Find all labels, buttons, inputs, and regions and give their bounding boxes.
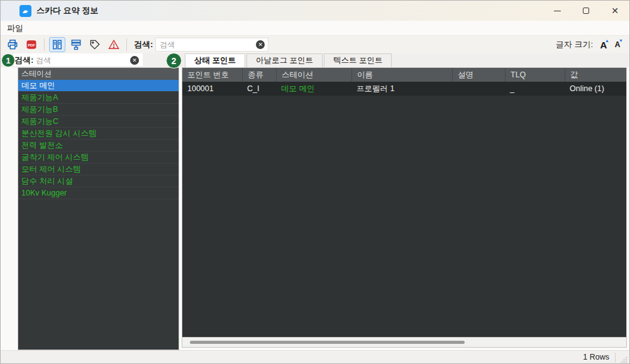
points-table-header: 포인트 번호 종류 스테이션 이름 설명 TLQ 값 xyxy=(182,68,626,82)
station-item[interactable]: 10Kv Kugger xyxy=(18,187,179,199)
cell-name: 프로펠러 1 xyxy=(351,82,452,96)
server-view-icon xyxy=(70,38,82,51)
app-logo-icon xyxy=(19,5,31,17)
alarm-warning-icon xyxy=(108,38,120,51)
annotation-badge-1: 1 xyxy=(1,53,15,67)
station-search-label: 검색: xyxy=(14,55,33,66)
sub-header: 검색: ✕ 상태 포인트 아날로그 포인트 텍스트 포인트 xyxy=(1,53,629,67)
station-item[interactable]: 제품기능A xyxy=(18,92,179,104)
svg-text:PDF: PDF xyxy=(28,43,35,47)
font-size-increase-button[interactable]: A ▲ xyxy=(597,38,611,52)
station-rack-icon xyxy=(51,38,64,51)
points-table-panel: 포인트 번호 종류 스테이션 이름 설명 TLQ 값 100001 C_I 데모… xyxy=(182,67,627,337)
scada-summary-window: 스카다 요약 정보 ✕ 파일 PDF xyxy=(0,0,630,364)
station-item[interactable]: 분산전원 감시 시스템 xyxy=(18,128,179,140)
station-item[interactable]: 굴착기 제어 시스템 xyxy=(18,152,179,163)
toolbar-search-input[interactable] xyxy=(156,38,268,51)
column-header[interactable]: 설명 xyxy=(452,68,505,82)
scrollbar-thumb[interactable] xyxy=(190,341,465,344)
tab-analog-points[interactable]: 아날로그 포인트 xyxy=(246,53,323,67)
horizontal-scrollbar[interactable] xyxy=(182,337,627,348)
pdf-export-icon: PDF xyxy=(25,38,38,51)
column-header[interactable]: 이름 xyxy=(351,68,452,82)
minimize-button[interactable] xyxy=(543,1,572,21)
menu-bar: 파일 xyxy=(1,21,629,35)
cell-type: C_I xyxy=(242,82,276,96)
point-tabs: 상태 포인트 아날로그 포인트 텍스트 포인트 xyxy=(185,53,393,67)
tag-icon xyxy=(89,38,101,51)
row-count-label: 1 Rows xyxy=(583,353,609,361)
column-header[interactable]: 종류 xyxy=(242,68,276,82)
station-item[interactable]: 제품기능C xyxy=(18,116,179,128)
column-header[interactable]: TLQ xyxy=(505,68,565,82)
toolbar-search-label: 검색: xyxy=(134,39,153,50)
menu-file[interactable]: 파일 xyxy=(1,23,30,34)
column-header[interactable]: 값 xyxy=(565,68,626,82)
close-icon: ✕ xyxy=(611,6,619,16)
table-row[interactable]: 100001 C_I 데모 메인 프로펠러 1 _ Online (1) xyxy=(182,82,626,96)
station-item[interactable]: 데모 메인 xyxy=(18,80,179,92)
station-item[interactable]: 제품기능B xyxy=(18,104,179,116)
close-button[interactable]: ✕ xyxy=(600,1,629,21)
server-view-button[interactable] xyxy=(68,37,84,52)
print-button[interactable] xyxy=(4,37,21,52)
font-size-label: 글자 크기: xyxy=(556,39,593,50)
toolbar-search-clear-icon[interactable]: ✕ xyxy=(256,40,265,49)
cell-station: 데모 메인 xyxy=(276,82,351,96)
toolbar-separator xyxy=(126,38,127,51)
toolbar-search-field: ✕ xyxy=(155,38,268,52)
station-search-clear-icon[interactable]: ✕ xyxy=(130,56,139,65)
caret-down-icon: ▼ xyxy=(619,38,623,43)
station-item[interactable]: 전력 발전소 xyxy=(18,140,179,152)
station-list-header: 스테이션 xyxy=(18,68,179,80)
column-header[interactable]: 스테이션 xyxy=(276,68,351,82)
resize-grip-icon[interactable] xyxy=(621,356,627,363)
station-search-field: 검색: ✕ xyxy=(13,53,143,67)
cell-value: Online (1) xyxy=(565,82,626,96)
statusbar-separator xyxy=(615,353,616,363)
annotation-badge-2: 2 xyxy=(166,53,182,69)
cell-point-number: 100001 xyxy=(182,82,242,96)
cell-description xyxy=(452,82,505,96)
tab-text-points[interactable]: 텍스트 포인트 xyxy=(324,53,392,67)
station-item[interactable]: 담수 처리 시설 xyxy=(18,175,179,187)
cell-tlq: _ xyxy=(505,82,565,96)
font-size-decrease-button[interactable]: A ▼ xyxy=(611,38,624,52)
station-list-panel: 스테이션 데모 메인 제품기능A 제품기능B 제품기능C 분산전원 감시 시스템… xyxy=(18,67,179,350)
station-view-button[interactable] xyxy=(49,37,65,52)
station-item[interactable]: 모터 제어 시스템 xyxy=(18,163,179,175)
toolbar: PDF 검색: xyxy=(1,35,629,53)
window-title: 스카다 요약 정보 xyxy=(36,5,98,16)
caret-up-icon: ▲ xyxy=(605,38,609,43)
pdf-export-button[interactable]: PDF xyxy=(23,37,40,52)
minimize-icon xyxy=(554,11,561,11)
alarm-button[interactable] xyxy=(106,37,122,52)
status-bar: 1 Rows xyxy=(1,350,629,364)
printer-icon xyxy=(6,38,19,51)
tab-status-points[interactable]: 상태 포인트 xyxy=(185,53,245,67)
title-bar: 스카다 요약 정보 ✕ xyxy=(1,1,629,21)
maximize-button[interactable] xyxy=(572,1,600,21)
toolbar-separator xyxy=(44,38,45,51)
column-header[interactable]: 포인트 번호 xyxy=(182,68,242,82)
tag-button[interactable] xyxy=(87,37,103,52)
maximize-icon xyxy=(583,8,589,14)
